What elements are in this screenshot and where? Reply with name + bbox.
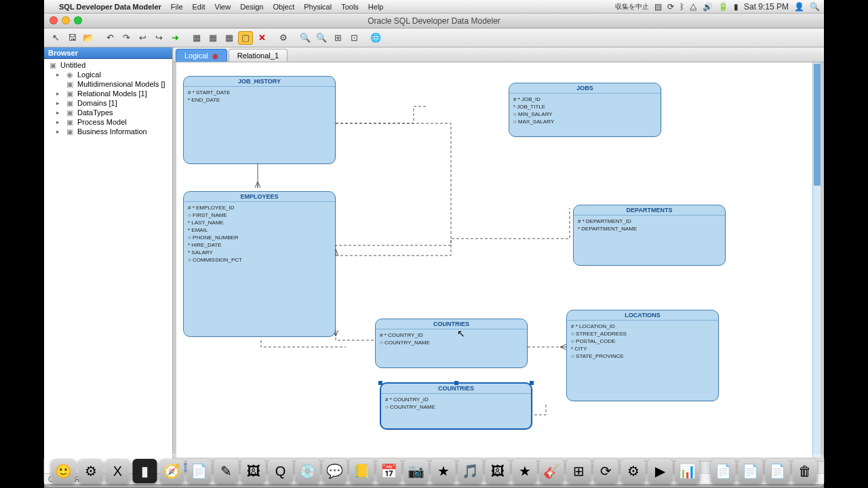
expand-icon[interactable]: ▸ [56,128,62,135]
battery-icon[interactable]: 🔋 [718,2,728,12]
tree-item-logical[interactable]: ▸◉Logical [44,70,172,79]
dock-timemachine[interactable]: ⟳ [594,459,618,483]
dock-ichat[interactable]: 💬 [323,459,347,483]
expand-icon[interactable]: ▸ [56,100,62,106]
spotlight-icon[interactable]: 🔍 [810,2,820,12]
undo-button[interactable]: ↶ [102,31,117,45]
forward-button[interactable]: ➜ [167,31,182,45]
expand-icon[interactable]: ▸ [56,119,62,125]
tree-root[interactable]: ▣ Untitled [44,60,172,70]
dock-trash[interactable]: 🗑 [793,459,817,483]
engineer-button[interactable]: ⚙ [276,31,291,45]
table-button-2[interactable]: ▦ [205,31,220,45]
expand-icon[interactable]: ▸ [56,71,62,78]
save-button[interactable]: 🖫 [64,31,79,45]
entity-employees[interactable]: EMPLOYEES # * EMPLOYEE_ID ○ FIRST_NAME *… [183,191,336,337]
tab-logical[interactable]: Logical ◉ [176,49,227,62]
zoom-out-button[interactable]: 🔍 [314,31,329,45]
dock-terminal[interactable]: ▮ [133,459,157,483]
dock-doc2[interactable]: 📄 [738,459,763,483]
pointer-tool-button[interactable]: ↖ [48,31,63,45]
editor-tabs: Logical ◉ Relational_1 [173,47,824,62]
redo-button[interactable]: ↷ [119,31,134,45]
menu-file[interactable]: File [171,3,183,11]
minimize-window-button[interactable] [62,16,70,24]
zoom-in-button[interactable]: 🔍 [298,31,313,45]
expand-icon[interactable]: ▸ [56,90,62,97]
dock-textedit[interactable]: 📄 [187,459,212,483]
entity-attributes: # * COUNTRY_ID ○ COUNTRY_NAME [376,329,527,348]
dock-doc1[interactable]: 📄 [711,459,736,483]
tree-item-relational[interactable]: ▸▣Relational Models [1] [44,89,172,98]
dock-sqldev[interactable]: 📊 [675,459,700,483]
reporting-button[interactable]: 🌐 [368,31,383,45]
tree-item-multidim[interactable]: ▣Multidimensional Models [] [44,79,172,89]
diagram-canvas[interactable]: JOB_HISTORY # * START_DATE * END_DATE JO… [173,62,824,461]
table-button-1[interactable]: ▦ [189,31,204,45]
tree-root-label: Untitled [60,61,85,69]
bluetooth-icon[interactable]: ᛒ [679,2,684,12]
dock-addressbook[interactable]: 📒 [350,459,374,483]
tab-relational[interactable]: Relational_1 [229,49,288,62]
menu-edit[interactable]: Edit [193,3,205,11]
wifi-icon[interactable]: ⧋ [690,2,697,12]
menu-design[interactable]: Design [240,3,263,11]
fit-selection-button[interactable]: ⊡ [347,31,361,45]
entity-jobs[interactable]: JOBS # * JOB_ID * JOB_TITLE ○ MIN_SALARY… [509,83,661,137]
nav-forward-button[interactable]: ↪ [151,31,166,45]
dock-app3[interactable]: ▶ [648,459,673,483]
menulet-icon[interactable]: ▤ [654,2,662,12]
dock-doc3[interactable]: 📄 [766,459,790,483]
entity-countries-selected[interactable]: COUNTRIES # * COUNTRY_ID ○ COUNTRY_NAME [380,382,532,430]
dock-iweb[interactable]: 🖼 [486,459,510,483]
entity-locations[interactable]: LOCATIONS # * LOCATION_ID ○ STREET_ADDRE… [566,310,719,401]
dock-spaces[interactable]: ⊞ [567,459,591,483]
menu-help[interactable]: Help [368,3,384,11]
open-button[interactable]: 📂 [81,31,96,45]
dock-finder[interactable]: 🙂 [52,459,76,483]
menu-physical[interactable]: Physical [304,3,332,11]
tree-item-business[interactable]: ▸▣Business Information [44,127,172,136]
dock-x11[interactable]: X [106,459,130,483]
dock-sysprefs[interactable]: ⚙ [621,459,646,483]
vertical-scrollbar[interactable] [812,62,821,458]
expand-icon[interactable]: ▸ [56,109,62,116]
menu-view[interactable]: View [215,3,231,11]
note-button[interactable]: ▢ [238,31,253,45]
volume-icon[interactable]: 🔊 [703,2,713,12]
tree-item-domains[interactable]: ▸▣Domains [1] [44,98,172,108]
menu-tools[interactable]: Tools [341,3,359,11]
dock-preview[interactable]: 🖼 [241,459,266,483]
browser-tree[interactable]: ▣ Untitled ▸◉Logical ▣Multidimensional M… [44,59,172,473]
close-window-button[interactable] [50,16,58,24]
dock-idvd[interactable]: ★ [513,459,537,483]
entity-departments[interactable]: DEPARTMENTS # * DEPARTMENT_ID * DEPARTME… [573,205,726,266]
user-icon[interactable]: 👤 [794,2,804,12]
entity-job-history[interactable]: JOB_HISTORY # * START_DATE * END_DATE [183,76,336,164]
dock-safari[interactable]: 🧭 [160,459,184,483]
table-button-3[interactable]: ▦ [222,31,237,45]
sync-icon[interactable]: ⟳ [667,2,674,12]
app-name[interactable]: SQL Developer Data Modeler [59,3,161,11]
tree-item-datatypes[interactable]: ▸▣DataTypes [44,108,172,117]
dock-itunes[interactable]: 🎵 [458,459,483,483]
dock-app2[interactable]: 💿 [296,459,320,483]
nav-back-button[interactable]: ↩ [135,31,150,45]
dock-ical[interactable]: 📅 [377,459,401,483]
zoom-window-button[interactable] [74,16,82,24]
entity-countries[interactable]: COUNTRIES # * COUNTRY_ID ○ COUNTRY_NAME [375,319,528,368]
fit-screen-button[interactable]: ⊞ [330,31,345,45]
dock-garageband[interactable]: 🎸 [540,459,564,483]
dock-imovie[interactable]: ★ [431,459,456,483]
menu-object[interactable]: Object [273,3,294,11]
close-tab-icon[interactable]: ◉ [212,52,218,60]
clock[interactable]: Sat 9:15 PM [744,2,789,12]
scrollbar-thumb[interactable] [814,64,821,186]
flag-icon[interactable]: ▮ [734,2,738,12]
dock-iphoto[interactable]: 📷 [404,459,429,483]
delete-button[interactable]: ✕ [254,31,269,45]
dock-quicktime[interactable]: Q [269,459,293,483]
dock-dashboard[interactable]: ⚙ [79,459,103,483]
dock-app1[interactable]: ✎ [214,459,239,483]
tree-item-process[interactable]: ▸▣Process Model [44,117,172,127]
